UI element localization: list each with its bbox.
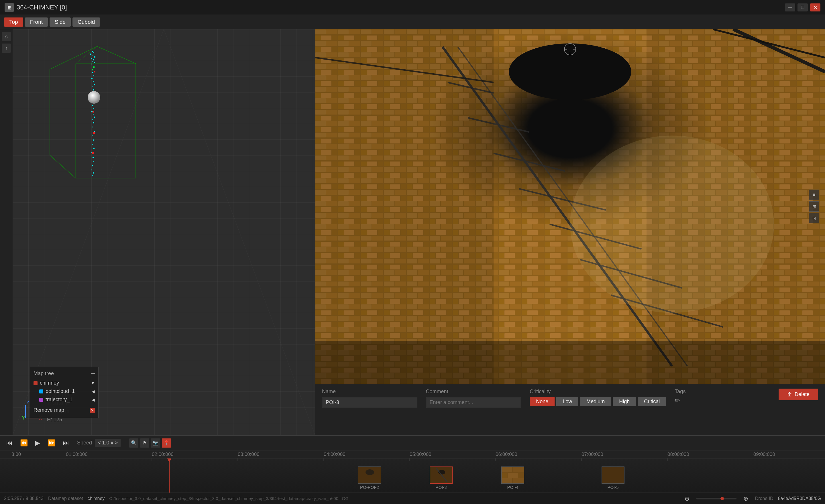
svg-rect-41: [92, 157, 94, 158]
svg-rect-16: [91, 64, 92, 65]
svg-point-79: [570, 136, 774, 313]
tl-search-btn[interactable]: 🔍: [129, 438, 138, 447]
tl-step-back[interactable]: ⏪: [18, 438, 30, 448]
svg-rect-33: [93, 122, 94, 123]
tl-cam-btn[interactable]: 📷: [151, 438, 160, 447]
svg-rect-22: [93, 81, 94, 82]
timeline-scroll[interactable]: 3:00 01:00:000 02:00:000 03:00:000 04:00…: [0, 450, 825, 493]
crit-high-button[interactable]: High: [613, 397, 636, 406]
zoom-handle[interactable]: [721, 497, 724, 500]
tl-skip-end[interactable]: ⏭: [61, 438, 71, 448]
svg-rect-13: [93, 59, 94, 61]
crit-medium-button[interactable]: Medium: [580, 397, 611, 406]
view-cuboid-button[interactable]: Cuboid: [72, 17, 100, 27]
map-tree-chimney[interactable]: chimney ▼: [33, 379, 95, 387]
timeline-track: 3:00 01:00:000 02:00:000 03:00:000 04:00…: [0, 450, 825, 493]
map-tree-header: Map tree ─: [33, 370, 95, 376]
svg-rect-37: [93, 140, 94, 141]
svg-rect-45: [93, 172, 94, 174]
remove-map-icon[interactable]: ✕: [90, 408, 95, 413]
camera-indicator: [561, 41, 579, 58]
tl-skip-start[interactable]: ⏮: [4, 438, 15, 448]
svg-rect-77: [315, 29, 494, 384]
map-tree-pointcloud[interactable]: pointcloud_1 ◀: [33, 387, 95, 396]
title-bar-right: ─ □ ✕: [785, 3, 820, 11]
svg-rect-8: [93, 52, 94, 53]
crit-low-button[interactable]: Low: [556, 397, 578, 406]
zoom-in-button[interactable]: ⊕: [682, 494, 692, 503]
timeline-marks-svg: [0, 458, 825, 493]
home-icon[interactable]: ⌂: [2, 32, 11, 41]
tl-flag-btn[interactable]: ⚑: [140, 438, 149, 447]
svg-rect-25: [93, 89, 94, 90]
map-tree-trajectory-arrow[interactable]: ◀: [92, 398, 95, 402]
view-side-button[interactable]: Side: [50, 17, 71, 27]
comment-input[interactable]: [426, 397, 521, 408]
tl-play[interactable]: ▶: [33, 438, 43, 448]
name-input[interactable]: [322, 397, 418, 408]
time-mark-0: 3:00: [11, 451, 21, 457]
time-mark-3: 03:00:000: [238, 451, 259, 457]
map-tree-trajectory[interactable]: trajectory_1 ◀: [33, 396, 95, 404]
chimney-photo: [315, 29, 825, 384]
criticality-buttons: None Low Medium High Critical: [530, 397, 666, 406]
map-tree-remove[interactable]: Remove map ✕: [33, 406, 95, 414]
time-mark-5: 05:00:000: [409, 451, 431, 457]
zoom-slider[interactable]: [696, 498, 737, 499]
svg-rect-28: [93, 108, 94, 109]
svg-text:Z: Z: [26, 401, 29, 405]
map-tree-chimney-arrow[interactable]: ▼: [91, 381, 95, 386]
zoom-out-button[interactable]: ⊕: [741, 494, 751, 503]
tags-edit-button[interactable]: ✏: [675, 397, 680, 404]
close-button[interactable]: ✕: [810, 3, 820, 11]
svg-rect-21: [91, 78, 92, 79]
svg-rect-29: [91, 111, 92, 112]
tags-group: Tags ✏: [675, 389, 770, 404]
svg-rect-11: [94, 57, 95, 58]
timeline-content[interactable]: PO-POI-2 POI-3: [0, 458, 825, 493]
svg-rect-18: [92, 69, 93, 70]
crit-critical-button[interactable]: Critical: [638, 397, 666, 406]
map-tree-pointcloud-arrow[interactable]: ◀: [92, 389, 95, 394]
svg-rect-34: [92, 127, 93, 128]
svg-rect-35: [94, 131, 95, 132]
time-mark-1: 01:00:000: [66, 451, 88, 457]
status-datamap-label: Datamap dataset: [48, 496, 83, 501]
map-tree-panel: Map tree ─ chimney ▼ pointcloud_1 ◀: [30, 367, 98, 418]
name-label: Name: [322, 389, 418, 395]
toolbar: Top Front Side Cuboid: [0, 15, 825, 29]
status-file-path: C:/Inspector_3.0_dataset_chimney_step_3/…: [109, 496, 349, 501]
status-datamap-value: chimney: [88, 496, 105, 501]
svg-rect-32: [92, 119, 93, 120]
maximize-button[interactable]: □: [798, 3, 808, 11]
cursor-icon[interactable]: ↑: [2, 44, 11, 53]
status-bar-right: ⊕ ⊕ Drone ID 8a4eAd5R0DA35/0G: [682, 494, 821, 503]
svg-rect-10: [92, 55, 93, 56]
map-tree-collapse[interactable]: ─: [91, 370, 95, 376]
map-tree-pointcloud-label: pointcloud_1: [46, 388, 75, 394]
delete-label: Delete: [795, 392, 810, 398]
delete-button[interactable]: 🗑 Delete: [778, 389, 818, 400]
svg-rect-48: [92, 111, 94, 112]
svg-rect-7: [92, 51, 93, 52]
photo-ctrl-1[interactable]: ≡: [809, 189, 819, 200]
delete-group: 🗑 Delete: [778, 389, 818, 400]
remove-map-label: Remove map: [33, 407, 64, 413]
tl-step-fwd[interactable]: ⏩: [45, 438, 58, 448]
svg-point-26: [88, 91, 100, 104]
view-front-button[interactable]: Front: [25, 17, 48, 27]
crit-none-button[interactable]: None: [530, 397, 554, 406]
time-mark-7: 07:00:000: [582, 451, 603, 457]
photo-ctrl-3[interactable]: ⊡: [809, 213, 819, 223]
speed-label: Speed: [77, 440, 92, 446]
tl-mark-btn[interactable]: 📍: [162, 438, 171, 447]
minimize-button[interactable]: ─: [785, 3, 795, 11]
photo-view[interactable]: ≡ ⊞ ⊡: [315, 29, 825, 384]
photo-ctrl-2[interactable]: ⊞: [809, 201, 819, 212]
svg-rect-40: [91, 152, 92, 153]
comment-group: Comment: [426, 389, 521, 408]
main-area: Top Front Side Cuboid ⌂ ↑: [0, 15, 825, 504]
3d-viewport[interactable]: Z X Y X: 2.9 m Y: 31.8 m D: 32.0 m H: 12…: [13, 29, 315, 435]
view-top-button[interactable]: Top: [4, 17, 23, 27]
playhead[interactable]: [169, 458, 169, 493]
